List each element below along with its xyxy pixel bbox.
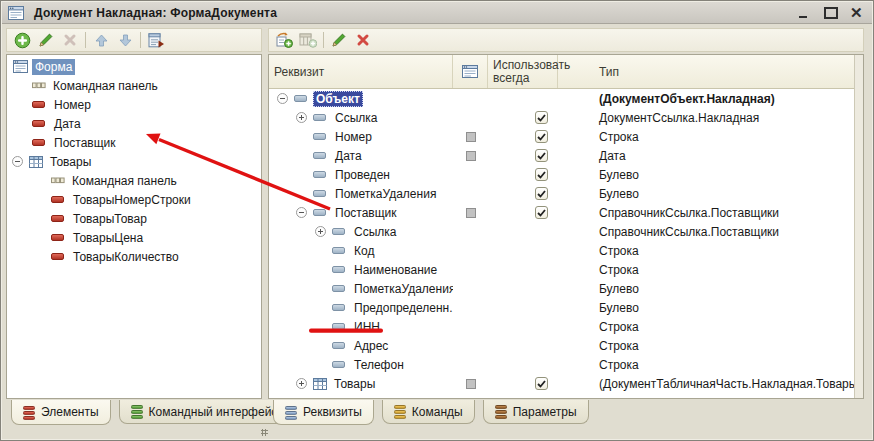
collapse-icon[interactable] — [277, 93, 288, 104]
parameters-stack-icon — [495, 404, 507, 419]
tree-item-goods-command-bar[interactable]: Командная панель — [7, 171, 261, 190]
tab-commands[interactable]: Команды — [382, 400, 475, 424]
interface-stack-icon — [131, 404, 143, 419]
attribute-icon — [313, 114, 326, 121]
add-attribute-icon[interactable] — [272, 30, 296, 51]
attribute-type: Дата — [594, 149, 863, 163]
attribute-row-number[interactable]: Номер Строка — [269, 127, 863, 146]
column-header-flag[interactable] — [453, 55, 488, 88]
attribute-type: СправочникСсылка.Поставщики — [594, 225, 863, 239]
attribute-type: Булево — [594, 168, 863, 182]
attribute-icon — [332, 361, 345, 368]
delete-icon[interactable] — [351, 30, 375, 51]
tree-item-command-bar[interactable]: Командная панель — [7, 76, 261, 95]
minimize-icon[interactable] — [798, 7, 810, 18]
expand-icon[interactable] — [296, 112, 307, 123]
add-icon[interactable] — [10, 30, 34, 51]
attribute-row-supplier-deletion-mark[interactable]: ПометкаУдаления Булево — [269, 279, 863, 298]
delete-icon[interactable] — [58, 30, 82, 51]
attribute-row-deletion-mark[interactable]: ПометкаУдаления Булево — [269, 184, 863, 203]
field-icon — [51, 196, 64, 203]
tree-item-label: Поставщик — [51, 135, 119, 151]
tree-item-label: Дата — [51, 116, 84, 132]
use-always-checkbox[interactable] — [535, 206, 548, 219]
use-always-checkbox[interactable] — [535, 111, 548, 124]
properties-icon[interactable] — [144, 30, 168, 51]
use-always-checkbox[interactable] — [535, 377, 548, 390]
tree-item-goods[interactable]: Товары — [7, 152, 261, 171]
attribute-row-ref[interactable]: Ссылка ДокументСсылка.Накладная — [269, 108, 863, 127]
use-always-checkbox[interactable] — [535, 149, 548, 162]
tab-command-interface[interactable]: Командный интерфейс — [119, 400, 290, 424]
maximize-icon[interactable] — [824, 7, 836, 18]
attribute-row-supplier[interactable]: Поставщик СправочникСсылка.Поставщики — [269, 203, 863, 222]
command-bar-icon — [51, 176, 65, 185]
tab-parameters[interactable]: Параметры — [483, 400, 589, 424]
attribute-row-goods[interactable]: Товары (ДокументТабличнаяЧасть.Накладная… — [269, 374, 863, 393]
attribute-row-object[interactable]: Объект (ДокументОбъект.Накладная) — [269, 89, 863, 108]
tree-item-goods-linenumber[interactable]: ТоварыНомерСтроки — [7, 190, 261, 209]
form-elements-tree: Форма Командная панель Номер Дата Постав… — [6, 54, 262, 399]
tree-item-supplier[interactable]: Поставщик — [7, 133, 261, 152]
splitter-grip[interactable] — [261, 429, 268, 436]
attribute-label: Товары — [331, 376, 378, 392]
attribute-type: СправочникСсылка.Поставщики — [594, 206, 863, 220]
field-icon — [32, 101, 45, 108]
tree-item-label: ТоварыНомерСтроки — [70, 192, 194, 208]
tab-attributes[interactable]: Реквизиты — [273, 400, 374, 425]
tree-item-goods-price[interactable]: ТоварыЦена — [7, 228, 261, 247]
flag-square — [466, 208, 476, 218]
tab-elements[interactable]: Элементы — [11, 400, 111, 425]
attribute-label: Наименование — [351, 262, 440, 278]
tree-item-number[interactable]: Номер — [7, 95, 261, 114]
use-always-checkbox[interactable] — [535, 187, 548, 200]
attribute-row-inn[interactable]: ИНН Строка — [269, 317, 863, 336]
move-up-icon[interactable] — [89, 30, 113, 51]
attribute-label: Объект — [313, 91, 363, 107]
tree-item-date[interactable]: Дата — [7, 114, 261, 133]
close-icon[interactable]: ✕ — [850, 7, 862, 18]
attribute-icon — [313, 209, 326, 216]
edit-icon[interactable] — [34, 30, 58, 51]
edit-icon[interactable] — [327, 30, 351, 51]
document-form-designer-window: Документ Накладная: ФормаДокумента ✕ — [0, 0, 874, 441]
collapse-icon[interactable] — [12, 156, 23, 167]
attribute-type: Булево — [594, 187, 863, 201]
field-icon — [32, 120, 45, 127]
attribute-row-posted[interactable]: Проведен Булево — [269, 165, 863, 184]
vertical-scrollbar[interactable] — [854, 55, 863, 398]
tree-item-goods-product[interactable]: ТоварыТовар — [7, 209, 261, 228]
tree-item-goods-quantity[interactable]: ТоварыКоличество — [7, 247, 261, 266]
tree-item-label: ТоварыЦена — [70, 230, 146, 246]
form-icon — [13, 60, 28, 73]
attribute-row-supplier-ref[interactable]: Ссылка СправочникСсылка.Поставщики — [269, 222, 863, 241]
attributes-table: Реквизит Использовать всегда Тип Объект … — [268, 54, 864, 399]
left-tab-strip: Элементы Командный интерфейс — [6, 400, 264, 428]
attribute-row-predefined[interactable]: Предопределенн... Булево — [269, 298, 863, 317]
expand-icon[interactable] — [315, 226, 326, 237]
attribute-row-phone[interactable]: Телефон Строка — [269, 355, 863, 374]
add-table-attribute-icon[interactable] — [296, 30, 320, 51]
attribute-icon — [332, 285, 345, 292]
attribute-row-code[interactable]: Код Строка — [269, 241, 863, 260]
attribute-row-date[interactable]: Дата Дата — [269, 146, 863, 165]
attribute-type: (ДокументОбъект.Накладная) — [594, 92, 863, 106]
use-always-checkbox[interactable] — [535, 130, 548, 143]
attribute-row-address[interactable]: Адрес Строка — [269, 336, 863, 355]
attribute-label: Проведен — [332, 167, 393, 183]
use-always-checkbox[interactable] — [535, 168, 548, 181]
tree-item-form[interactable]: Форма — [7, 57, 261, 76]
collapse-icon[interactable] — [296, 207, 307, 218]
move-down-icon[interactable] — [113, 30, 137, 51]
tab-label: Параметры — [513, 405, 577, 419]
attribute-row-name[interactable]: Наименование Строка — [269, 260, 863, 279]
column-header-type[interactable]: Тип — [594, 55, 863, 88]
attribute-type: Строка — [594, 263, 863, 277]
expand-icon[interactable] — [296, 378, 307, 389]
tree-item-label: Форма — [32, 59, 75, 75]
attribute-label: ИНН — [351, 319, 383, 335]
attributes-stack-icon — [285, 405, 297, 420]
column-header-attribute[interactable]: Реквизит — [269, 55, 453, 88]
column-header-use-always[interactable]: Использовать всегда — [488, 55, 558, 88]
attribute-icon — [313, 171, 326, 178]
